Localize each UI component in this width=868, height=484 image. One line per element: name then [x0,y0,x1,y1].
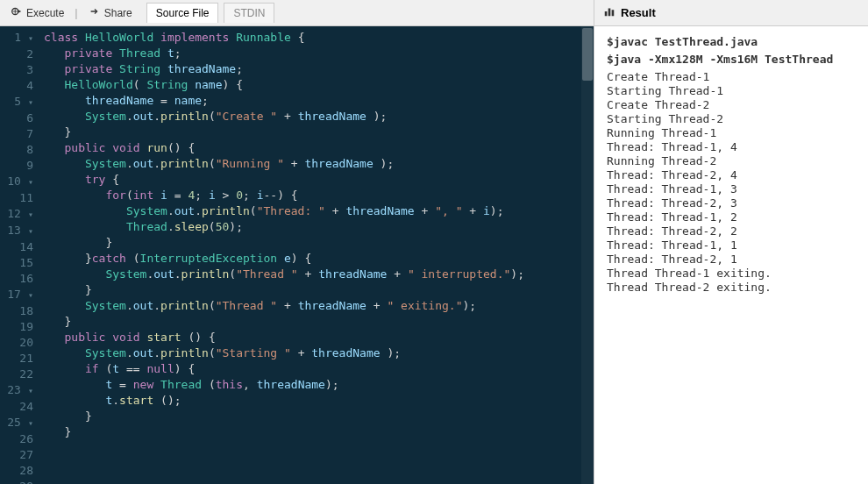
result-line: Thread Thread-2 exiting. [607,281,856,295]
execute-label: Execute [26,7,64,19]
toolbar: Execute | Share Source FileSTDIN [0,0,594,26]
result-line: Thread: Thread-2, 1 [607,253,856,267]
bar-chart-icon [603,5,615,20]
result-command: $javac TestThread.java [607,35,856,49]
tab-source-file[interactable]: Source File [146,3,219,23]
result-line: Thread: Thread-2, 2 [607,224,856,238]
share-icon [89,5,101,20]
result-line: Running Thread-1 [607,126,856,140]
result-line: Starting Thread-1 [607,84,856,98]
svg-rect-1 [605,11,608,16]
svg-rect-3 [612,10,615,16]
result-line: Thread: Thread-2, 3 [607,196,856,210]
editor-panel: Execute | Share Source FileSTDIN 1 ▾2345… [0,0,594,484]
result-line: Thread: Thread-1, 2 [607,210,856,224]
code-editor[interactable]: 1 ▾2345 ▾678910 ▾1112 ▾13 ▾14151617 ▾181… [0,26,594,484]
line-gutter: 1 ▾2345 ▾678910 ▾1112 ▾13 ▾14151617 ▾181… [0,26,39,484]
share-label: Share [104,7,132,19]
tab-stdin[interactable]: STDIN [224,3,274,23]
result-line: Thread Thread-1 exiting. [607,267,856,281]
result-header: Result [594,0,868,26]
svg-rect-2 [608,9,611,17]
result-output: $javac TestThread.java$java -Xmx128M -Xm… [594,26,868,484]
result-line: Thread: Thread-1, 4 [607,140,856,154]
result-line: Create Thread-2 [607,98,856,112]
result-line: Thread: Thread-1, 3 [607,182,856,196]
gear-play-icon [11,5,23,20]
tab-bar: Source FileSTDIN [141,6,275,19]
vertical-scrollbar[interactable] [581,26,594,484]
execute-button[interactable]: Execute [4,3,71,23]
result-line: Starting Thread-2 [607,112,856,126]
scroll-thumb[interactable] [582,28,593,81]
result-line: Thread: Thread-2, 4 [607,168,856,182]
result-panel: Result $javac TestThread.java$java -Xmx1… [594,0,868,484]
result-line: Running Thread-2 [607,154,856,168]
toolbar-separator: | [75,6,77,19]
share-button[interactable]: Share [82,3,139,23]
result-line: Thread: Thread-1, 1 [607,238,856,253]
code-area[interactable]: class HelloWorld implements Runnable { p… [39,26,594,484]
result-line: Create Thread-1 [607,70,856,84]
result-command: $java -Xmx128M -Xms16M TestThread [607,53,856,67]
result-title: Result [621,6,656,19]
